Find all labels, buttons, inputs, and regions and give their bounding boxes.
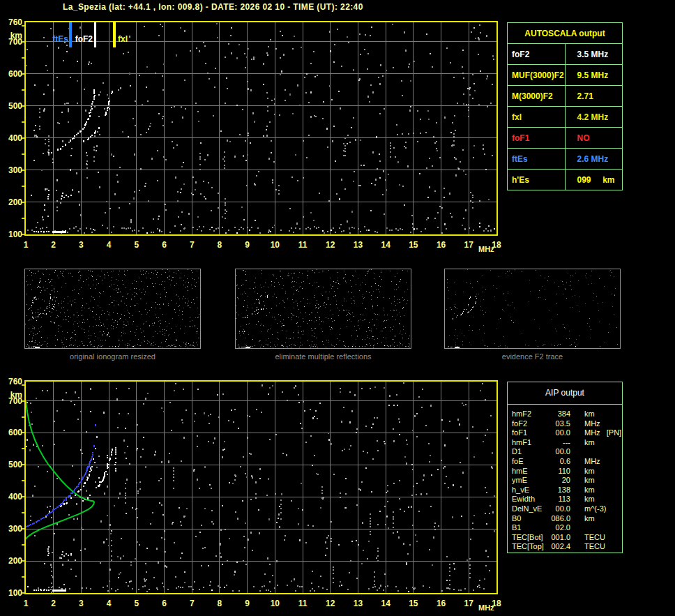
- y-tick-label: 200: [1, 556, 22, 566]
- x-tick-label: 11: [294, 599, 311, 608]
- y-axis-unit: km: [1, 31, 22, 40]
- x-tick-label: 12: [322, 599, 339, 608]
- aip-row: hmF2384km: [512, 410, 622, 419]
- x-tick-label: 6: [156, 240, 173, 250]
- table-row: M(3000)F22.71: [508, 86, 623, 107]
- x-tick-label: 2: [45, 599, 62, 608]
- aip-row-value: ---: [549, 438, 570, 448]
- x-tick-label: 9: [239, 599, 256, 608]
- y-axis-tick: [22, 137, 24, 139]
- y-tick-label: 760: [1, 17, 22, 27]
- y-tick-label: 300: [1, 524, 22, 534]
- autoscala-row-label: foF1: [508, 128, 566, 149]
- aip-table-body: hmF2384kmfoF203.5MHzfoF100.0MHz [PN]hmF1…: [508, 405, 622, 552]
- aip-row-unit: [570, 447, 584, 457]
- y-axis-tick: [22, 170, 24, 171]
- table-row: fxI4.2 MHz: [508, 107, 623, 128]
- y-tick-label: 300: [1, 165, 22, 175]
- x-tick-label: 8: [211, 599, 228, 608]
- y-axis-tick: [22, 576, 24, 578]
- y-tick-label: 600: [1, 428, 22, 437]
- y-tick-label: 200: [1, 197, 22, 207]
- autoscala-output-table: AUTOSCALA output foF23.5 MHzMUF(3000)F29…: [507, 22, 623, 190]
- table-row: foF23.5 MHz: [508, 44, 623, 65]
- aip-row: Ewidth113km: [512, 495, 622, 504]
- x-tick-label: 7: [183, 599, 200, 608]
- aip-row-unit: km: [570, 514, 595, 524]
- aip-row-value: 0.6: [549, 457, 570, 467]
- aip-row-label: B1: [512, 523, 549, 533]
- y-tick-label: 400: [1, 133, 22, 143]
- aip-row-label: foF1: [512, 428, 549, 438]
- autoscala-row-label: h'Es: [508, 170, 566, 190]
- x-tick-label: 4: [100, 599, 117, 608]
- x-tick-label: 16: [433, 240, 450, 250]
- aip-row: ymE20km: [512, 476, 622, 486]
- y-tick-label: 100: [1, 230, 22, 239]
- ionogram-plot-top: [24, 21, 498, 236]
- autoscala-row-label: ftEs: [508, 149, 566, 170]
- aip-row-label: foE: [512, 457, 549, 467]
- aip-row-unit: km: [570, 486, 595, 495]
- autoscala-table-header: AUTOSCALA output: [508, 23, 623, 44]
- x-tick-label: 10: [266, 240, 283, 250]
- table-row: foF1NO: [508, 128, 623, 149]
- aip-row-value: 110: [549, 467, 570, 476]
- x-tick-label: 7: [183, 240, 200, 250]
- y-axis-tick: [22, 105, 24, 107]
- y-axis-tick: [22, 480, 24, 481]
- x-tick-label: 10: [266, 599, 283, 608]
- x-axis-unit: MHz: [478, 603, 494, 613]
- y-axis-tick: [22, 202, 24, 203]
- ionogram-canvas-bottom: [26, 382, 496, 593]
- x-tick-label: 15: [405, 599, 422, 608]
- x-tick-label: 17: [460, 240, 477, 250]
- aip-row-unit: km: [570, 467, 595, 476]
- panel-evidence-f2-trace-canvas: [445, 269, 620, 348]
- autoscala-row-value: 4.2 MHz: [565, 107, 623, 128]
- autoscala-row-label: fxI: [508, 107, 566, 128]
- panel-eliminate-reflections-canvas: [236, 269, 411, 348]
- y-axis-tick: [22, 384, 24, 386]
- y-axis-tick: [22, 496, 24, 497]
- panel-evidence-f2-trace: [444, 269, 621, 349]
- y-axis-tick: [22, 592, 24, 594]
- y-tick-label: 500: [1, 460, 22, 469]
- aip-row: B102.0: [512, 523, 622, 533]
- y-axis-tick: [22, 89, 24, 91]
- y-axis-tick: [22, 432, 24, 433]
- y-axis-tick: [22, 41, 24, 43]
- aip-row: hmE110km: [512, 467, 622, 476]
- y-axis-tick: [22, 57, 24, 59]
- y-tick-label: 760: [1, 377, 22, 386]
- aip-row-value: 002.4: [549, 542, 570, 552]
- aip-row: TEC[Top]002.4TECU: [512, 542, 622, 552]
- y-tick-label: 600: [1, 69, 22, 79]
- x-tick-label: 14: [377, 240, 394, 250]
- aip-row-label: foF2: [512, 419, 549, 429]
- y-axis-tick: [22, 528, 24, 529]
- aip-row-value: 03.5: [549, 419, 570, 429]
- x-tick-label: 17: [460, 599, 477, 608]
- aip-row-label: ymE: [512, 476, 549, 486]
- aip-row-value: 20: [549, 476, 570, 486]
- aip-row: foF100.0MHz [PN]: [512, 428, 622, 438]
- autoscala-row-value: 2.71: [565, 86, 623, 107]
- aip-row-value: 00.0: [549, 504, 570, 514]
- y-tick-label: 100: [1, 588, 22, 598]
- table-row: MUF(3000)F29.5 MHz: [508, 65, 623, 86]
- legend-foF2-label: foF2: [70, 35, 93, 44]
- electron-density-profile-curve: [26, 401, 94, 539]
- table-row: h'Es099 km: [508, 170, 623, 190]
- autoscala-row-value: 9.5 MHz: [565, 65, 623, 86]
- aip-row-value: 113: [549, 495, 570, 504]
- aip-row-value: 384: [549, 410, 570, 419]
- aip-row-value: 00.0: [549, 447, 570, 457]
- fxI-marker-line: [113, 22, 116, 47]
- panel-label-eliminate: eliminate multiple reflections: [235, 352, 411, 361]
- x-tick-label: 2: [45, 240, 62, 250]
- y-axis-tick: [22, 560, 24, 562]
- x-tick-label: 12: [322, 240, 339, 250]
- panel-eliminate-reflections: [235, 269, 411, 349]
- ionogram-canvas-top: [26, 22, 496, 234]
